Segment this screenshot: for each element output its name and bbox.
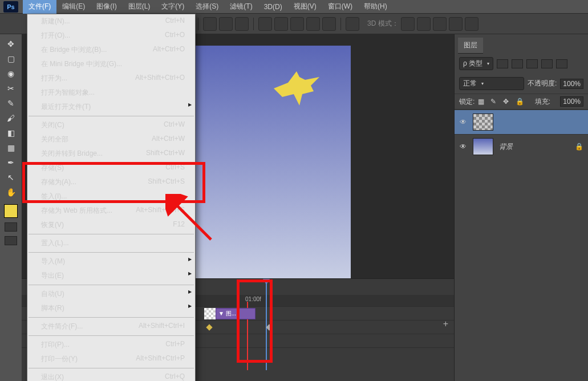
- option-icon[interactable]: [417, 17, 431, 31]
- menu-item[interactable]: 打开为...Alt+Shift+Ctrl+O: [27, 71, 195, 86]
- opacity-label: 不透明度:: [528, 79, 557, 88]
- menu-item[interactable]: 脚本(R): [27, 301, 195, 315]
- menu-item[interactable]: 打印(P)...Ctrl+P: [27, 338, 195, 352]
- lock-position-icon[interactable]: ✥: [503, 98, 512, 106]
- layer-row[interactable]: 👁 背景 🔒: [455, 134, 588, 159]
- layers-tab[interactable]: 图层: [458, 38, 483, 54]
- menu-item[interactable]: 在 Mini Bridge 中浏览(G)...: [27, 57, 195, 71]
- option-icon[interactable]: [306, 17, 320, 31]
- file-menu-dropdown: 新建(N)...Ctrl+N打开(O)...Ctrl+O在 Bridge 中浏览…: [27, 14, 196, 381]
- crop-tool[interactable]: ✂: [3, 82, 18, 95]
- menu-help[interactable]: 帮助(H): [358, 0, 393, 14]
- filter-icon[interactable]: [512, 59, 523, 68]
- menu-item[interactable]: 存储为 Web 所用格式...Alt+Shift+Ctrl+S: [27, 204, 195, 218]
- menu-item[interactable]: 最近打开文件(T): [27, 100, 195, 114]
- hand-tool[interactable]: ✋: [3, 186, 18, 198]
- option-icon[interactable]: [465, 17, 478, 31]
- filter-icon[interactable]: [541, 59, 553, 68]
- menu-item[interactable]: 存储(S)Ctrl+S: [27, 161, 195, 175]
- menu-type[interactable]: 文字(Y): [156, 0, 190, 14]
- app-logo: Ps: [3, 1, 18, 13]
- menu-filter[interactable]: 滤镜(T): [224, 0, 258, 14]
- layer-thumbb+ data-interactable=: [473, 114, 493, 131]
- lock-all-icon[interactable]: 🔒: [516, 98, 525, 106]
- layer-thumbnail: [473, 138, 493, 155]
- filter-icon[interactable]: [556, 59, 567, 68]
- menu-item[interactable]: 退出(X)Ctrl+Q: [27, 370, 195, 381]
- keyframe[interactable]: [266, 324, 272, 330]
- option-icon[interactable]: [401, 17, 415, 31]
- move-tool[interactable]: ✥: [3, 38, 18, 50]
- menubar: 文件(F) 编辑(E) 图像(I) 图层(L) 文字(Y) 选择(S) 滤镜(T…: [0, 0, 588, 14]
- marquee-tool[interactable]: ▢: [3, 52, 18, 65]
- lock-label: 锁定:: [459, 97, 475, 107]
- add-track-button[interactable]: +: [443, 319, 448, 329]
- bird-shape: [271, 68, 322, 108]
- pen-tool[interactable]: ✒: [3, 156, 18, 169]
- clip-thumbnail: [204, 308, 216, 319]
- option-icon[interactable]: [235, 17, 249, 31]
- layer-filter-kind[interactable]: ρ 类型: [459, 57, 493, 70]
- option-icon[interactable]: [219, 17, 233, 31]
- menu-item[interactable]: 新建(N)...Ctrl+N: [27, 14, 195, 29]
- foreground-color[interactable]: [4, 204, 18, 218]
- filter-icon[interactable]: [526, 59, 538, 68]
- option-icon[interactable]: [290, 17, 304, 31]
- menu-item[interactable]: 打开(O)...Ctrl+O: [27, 29, 195, 43]
- menu-item[interactable]: 存储为(A)...Shift+Ctrl+S: [27, 175, 195, 189]
- option-icon[interactable]: [346, 17, 359, 31]
- timeline-clip[interactable]: ▼ 图...: [216, 308, 256, 319]
- tools-panel: ✥ ▢ ◉ ✂ ✎ 🖌 ◧ ▦ ✒ ↖ ✋: [0, 34, 22, 249]
- gradient-tool[interactable]: ▦: [3, 141, 18, 154]
- layer-row[interactable]: 👁: [455, 110, 588, 134]
- eraser-tool[interactable]: ◧: [3, 127, 18, 139]
- option-icon[interactable]: [433, 17, 447, 31]
- keyframe[interactable]: [206, 324, 212, 330]
- right-panels: 图层 ρ 类型 正常 不透明度: 100% 锁定: ▦ ✎ ✥ 🔒 填充: 10…: [454, 34, 588, 381]
- option-icon[interactable]: [274, 17, 288, 31]
- layer-name[interactable]: 背景: [499, 142, 513, 152]
- menu-edit[interactable]: 编辑(E): [56, 0, 91, 14]
- menu-item[interactable]: 关闭全部Alt+Ctrl+W: [27, 132, 195, 147]
- menu-view[interactable]: 视图(V): [288, 0, 322, 14]
- menu-item[interactable]: 关闭并转到 Bridge...Shift+Ctrl+W: [27, 147, 195, 161]
- menu-item[interactable]: 打开为智能对象...: [27, 86, 195, 100]
- menu-item[interactable]: 文件简介(F)...Alt+Shift+Ctrl+I: [27, 319, 195, 334]
- fill-label: 填充:: [535, 97, 550, 107]
- lock-pixels-icon[interactable]: ▦: [478, 98, 487, 106]
- mode-3d-label: 3D 模式：: [367, 19, 399, 29]
- menu-item[interactable]: 置入(L)...: [27, 236, 195, 250]
- option-icon[interactable]: [449, 17, 463, 31]
- menu-layer[interactable]: 图层(L): [123, 0, 156, 14]
- menu-item[interactable]: 导出(E): [27, 269, 195, 283]
- blend-mode-select[interactable]: 正常: [459, 77, 524, 90]
- lock-paint-icon[interactable]: ✎: [490, 98, 500, 106]
- menu-window[interactable]: 窗口(W): [322, 0, 358, 14]
- lasso-tool[interactable]: ◉: [3, 67, 18, 80]
- option-icon[interactable]: [258, 17, 272, 31]
- path-tool[interactable]: ↖: [3, 171, 18, 184]
- menu-item[interactable]: 关闭(C)Ctrl+W: [27, 118, 195, 132]
- eyedropper-tool[interactable]: ✎: [3, 97, 18, 110]
- option-icon[interactable]: [203, 17, 217, 31]
- menu-file[interactable]: 文件(F): [23, 0, 56, 14]
- quickmask-toggle[interactable]: [5, 222, 17, 232]
- fill-value[interactable]: 100%: [560, 96, 583, 107]
- menu-item: 恢复(V)F12: [27, 218, 195, 232]
- menu-item[interactable]: 自动(U): [27, 287, 195, 301]
- menu-3d[interactable]: 3D(D): [258, 1, 288, 13]
- filter-icon[interactable]: [497, 59, 508, 68]
- lock-icon: 🔒: [575, 143, 583, 151]
- menu-item[interactable]: 打印一份(Y)Alt+Shift+Ctrl+P: [27, 352, 195, 366]
- screenmode-toggle[interactable]: [5, 236, 17, 245]
- visibility-toggle[interactable]: 👁: [459, 143, 467, 151]
- brush-tool[interactable]: 🖌: [3, 112, 18, 124]
- menu-select[interactable]: 选择(S): [190, 0, 224, 14]
- menu-item[interactable]: 导入(M): [27, 254, 195, 269]
- visibility-toggle[interactable]: 👁: [459, 118, 467, 126]
- option-icon[interactable]: [322, 17, 336, 31]
- menu-item: 签入(I)...: [27, 189, 195, 204]
- opacity-value[interactable]: 100%: [560, 79, 583, 89]
- menu-item[interactable]: 在 Bridge 中浏览(B)...Alt+Ctrl+O: [27, 43, 195, 57]
- menu-image[interactable]: 图像(I): [91, 0, 122, 14]
